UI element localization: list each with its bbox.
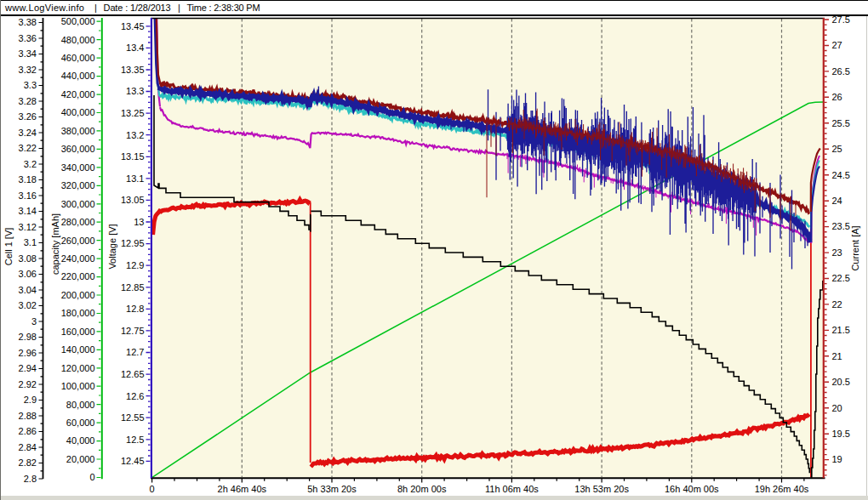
svg-text:2.84: 2.84 xyxy=(19,442,37,452)
svg-text:140,000: 140,000 xyxy=(61,344,95,355)
svg-text:2.98: 2.98 xyxy=(19,332,37,342)
svg-text:100,000: 100,000 xyxy=(61,381,95,391)
svg-text:25: 25 xyxy=(832,144,842,154)
svg-text:3.28: 3.28 xyxy=(19,96,37,106)
svg-text:19.5: 19.5 xyxy=(832,429,850,439)
svg-text:3: 3 xyxy=(31,316,37,327)
svg-text:3.08: 3.08 xyxy=(19,253,37,264)
svg-text:13: 13 xyxy=(134,217,144,227)
svg-text:Cell 1 [V]: Cell 1 [V] xyxy=(3,228,14,266)
svg-text:3.2: 3.2 xyxy=(24,159,37,169)
svg-text:20.5: 20.5 xyxy=(832,377,850,387)
svg-text:2.94: 2.94 xyxy=(19,363,37,373)
svg-text:12.8: 12.8 xyxy=(126,304,144,314)
svg-text:2.9: 2.9 xyxy=(24,395,37,405)
svg-text:460,000: 460,000 xyxy=(61,53,95,63)
svg-text:13.45: 13.45 xyxy=(121,21,145,31)
svg-text:12.65: 12.65 xyxy=(121,369,145,379)
svg-text:13.4: 13.4 xyxy=(126,43,144,53)
svg-text:480,000: 480,000 xyxy=(61,35,95,45)
svg-text:12.95: 12.95 xyxy=(121,238,145,248)
svg-text:12.85: 12.85 xyxy=(121,282,145,293)
svg-text:80,000: 80,000 xyxy=(66,400,95,410)
svg-text:320,000: 320,000 xyxy=(61,180,95,190)
svg-text:13.35: 13.35 xyxy=(121,65,145,75)
svg-text:40,000: 40,000 xyxy=(66,435,95,446)
svg-text:20: 20 xyxy=(832,403,842,413)
svg-text:27: 27 xyxy=(832,40,842,50)
svg-text:16h 40m 00s: 16h 40m 00s xyxy=(665,484,719,494)
svg-text:21.5: 21.5 xyxy=(832,325,850,335)
svg-text:3.3: 3.3 xyxy=(24,80,37,90)
svg-text:2.8: 2.8 xyxy=(24,474,37,484)
svg-text:3.12: 3.12 xyxy=(19,222,37,232)
svg-text:120,000: 120,000 xyxy=(61,363,95,373)
svg-text:12.6: 12.6 xyxy=(126,391,144,401)
svg-text:12.7: 12.7 xyxy=(126,347,144,357)
svg-text:12.45: 12.45 xyxy=(121,456,145,466)
svg-text:500,000: 500,000 xyxy=(61,16,95,26)
svg-text:440,000: 440,000 xyxy=(61,71,95,81)
svg-text:2.88: 2.88 xyxy=(19,411,37,421)
svg-text:21: 21 xyxy=(832,351,842,361)
svg-text:3.06: 3.06 xyxy=(19,269,37,279)
svg-text:11h 06m 40s: 11h 06m 40s xyxy=(485,484,539,494)
svg-text:3.1: 3.1 xyxy=(24,237,37,247)
svg-text:12.55: 12.55 xyxy=(121,412,145,423)
svg-text:13.1: 13.1 xyxy=(126,173,144,184)
svg-text:400,000: 400,000 xyxy=(61,107,95,117)
svg-text:2.82: 2.82 xyxy=(19,457,37,468)
svg-text:60,000: 60,000 xyxy=(66,418,95,428)
svg-text:23: 23 xyxy=(832,247,842,258)
svg-text:13.2: 13.2 xyxy=(126,130,144,140)
svg-text:Voltage [V]: Voltage [V] xyxy=(107,224,117,269)
svg-text:20,000: 20,000 xyxy=(66,454,95,464)
svg-text:3.34: 3.34 xyxy=(19,48,37,59)
svg-text:2h 46m 40s: 2h 46m 40s xyxy=(218,484,267,494)
svg-text:13.25: 13.25 xyxy=(121,108,145,118)
svg-text:25.5: 25.5 xyxy=(832,118,850,128)
svg-text:23.5: 23.5 xyxy=(832,221,850,231)
svg-text:0: 0 xyxy=(150,484,155,494)
svg-text:13.05: 13.05 xyxy=(121,195,145,205)
svg-text:13.15: 13.15 xyxy=(121,151,145,162)
svg-text:22: 22 xyxy=(832,299,842,310)
svg-text:180,000: 180,000 xyxy=(61,308,95,318)
svg-text:13.3: 13.3 xyxy=(126,86,144,96)
svg-text:2.86: 2.86 xyxy=(19,426,37,436)
svg-text:12.9: 12.9 xyxy=(126,260,144,270)
svg-text:24: 24 xyxy=(832,196,842,206)
svg-text:380,000: 380,000 xyxy=(61,126,95,136)
svg-text:360,000: 360,000 xyxy=(61,144,95,154)
svg-text:280,000: 280,000 xyxy=(61,217,95,227)
svg-text:3.14: 3.14 xyxy=(19,206,37,216)
svg-text:2.96: 2.96 xyxy=(19,348,37,358)
svg-text:8h 20m 00s: 8h 20m 00s xyxy=(397,484,447,494)
svg-text:19: 19 xyxy=(832,454,842,464)
svg-text:420,000: 420,000 xyxy=(61,89,95,99)
svg-text:24.5: 24.5 xyxy=(832,170,850,180)
svg-text:200,000: 200,000 xyxy=(61,290,95,300)
svg-text:3.04: 3.04 xyxy=(19,285,37,295)
svg-text:340,000: 340,000 xyxy=(61,162,95,173)
svg-text:260,000: 260,000 xyxy=(61,236,95,246)
svg-text:300,000: 300,000 xyxy=(61,199,95,209)
svg-text:3.16: 3.16 xyxy=(19,190,37,201)
svg-text:3.26: 3.26 xyxy=(19,111,37,122)
svg-text:5h 33m 20s: 5h 33m 20s xyxy=(307,484,357,494)
svg-text:240,000: 240,000 xyxy=(61,253,95,264)
svg-text:160,000: 160,000 xyxy=(61,327,95,337)
svg-text:13h 53m 20s: 13h 53m 20s xyxy=(574,484,629,494)
svg-text:3.32: 3.32 xyxy=(19,65,37,75)
svg-text:220,000: 220,000 xyxy=(61,271,95,281)
svg-text:26.5: 26.5 xyxy=(832,66,850,77)
svg-text:Current [A]: Current [A] xyxy=(850,225,860,270)
svg-text:3.22: 3.22 xyxy=(19,143,37,153)
svg-text:0: 0 xyxy=(89,472,94,482)
svg-text:3.38: 3.38 xyxy=(19,17,37,27)
svg-text:2.92: 2.92 xyxy=(19,379,37,389)
svg-text:12.75: 12.75 xyxy=(121,326,145,336)
svg-text:26: 26 xyxy=(832,92,842,102)
svg-text:3.02: 3.02 xyxy=(19,300,37,310)
svg-text:capacity [mAh]: capacity [mAh] xyxy=(50,213,60,275)
